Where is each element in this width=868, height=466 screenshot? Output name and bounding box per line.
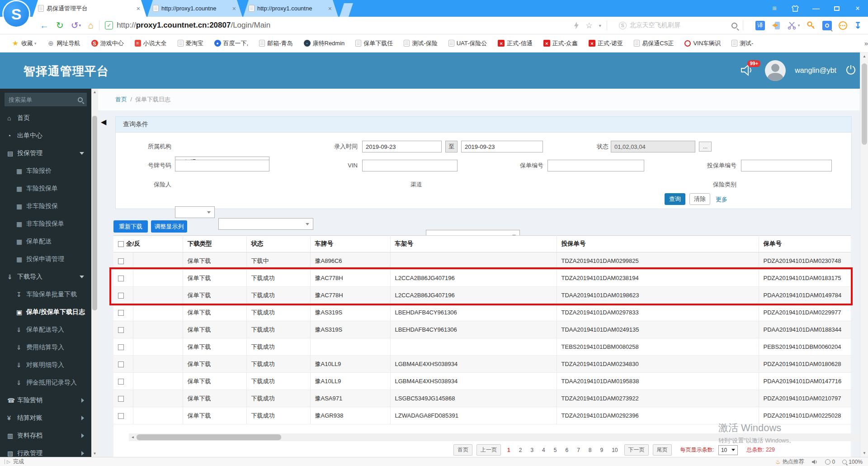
scroll-down-icon[interactable]: ▼ — [91, 450, 98, 457]
scrollbar-thumb[interactable] — [862, 63, 867, 145]
screenshot-scissors-icon[interactable]: ▾ — [788, 21, 800, 29]
row-checkbox[interactable] — [118, 310, 124, 316]
minimize-icon[interactable]: — — [806, 0, 826, 17]
scrollbar-thumb[interactable] — [92, 116, 97, 310]
maximize-icon[interactable] — [826, 0, 847, 17]
password-key-icon[interactable] — [807, 21, 816, 30]
plate-input[interactable] — [175, 160, 269, 171]
url-text[interactable]: http://proxy1.countnet.cn:20807/Login/Ma… — [117, 21, 270, 30]
search-button[interactable]: 查询 — [665, 193, 685, 205]
page-next-button[interactable]: 下一页 — [624, 444, 649, 456]
sidebar-item-保单配送导入[interactable]: ⇓保单配送导入 — [0, 321, 91, 338]
page-first-button[interactable]: 首页 — [453, 444, 472, 456]
sidebar-item-车险营销[interactable]: ☎车险营销 — [0, 391, 91, 409]
scroll-up-icon[interactable]: ▲ — [860, 52, 868, 60]
sidebar-item-保单/投保单下载日志[interactable]: ▣保单/投保单下载日志 — [0, 303, 91, 321]
sidebar-item-车险保单批量下载[interactable]: ↧车险保单批量下载 — [0, 285, 91, 303]
sidebar-item-下载导入[interactable]: ⇓下载导入 — [0, 268, 91, 285]
notification-speaker[interactable]: 99+ — [741, 64, 756, 77]
clear-button[interactable]: 清除 — [689, 193, 710, 205]
page-prev-button[interactable]: 上一页 — [476, 444, 501, 456]
bookmark-item[interactable]: ⊕网址导航 — [47, 39, 80, 48]
table-row[interactable]: 保单下载下载中豫A896C6TDZA20194101DAM0299825PDZA… — [113, 252, 851, 270]
sidebar-item-保单配送[interactable]: ▦保单配送 — [0, 233, 91, 250]
sidebar-item-首页[interactable]: ⌂首页 — [0, 109, 91, 127]
browser-tab-2[interactable]: http://proxy1.countne× — [147, 0, 242, 17]
sidebar-item-车险投保单[interactable]: ▦车险投保单 — [0, 180, 91, 197]
close-window-icon[interactable]: × — [847, 0, 868, 17]
select-all-checkbox[interactable] — [118, 241, 124, 247]
sidebar-item-非车险投保[interactable]: ▦非车险投保 — [0, 197, 91, 215]
bookmark-item[interactable]: ●百度一下, — [214, 39, 249, 48]
sidebar-collapse-icon[interactable]: ◀ — [101, 118, 106, 126]
sidebar-search-input[interactable] — [9, 96, 78, 103]
search-icon[interactable] — [731, 23, 737, 29]
table-row[interactable]: 保单下载下载成功豫AS319SLBEHDAFB4CY961306TDAA2019… — [113, 321, 851, 338]
scroll-up-icon[interactable]: ▲ — [91, 89, 98, 95]
tab-close-icon[interactable]: × — [136, 5, 141, 12]
bookmark-item[interactable]: 测试- — [731, 39, 753, 48]
row-checkbox[interactable] — [118, 379, 124, 385]
bookmark-item[interactable]: 爱淘宝 — [178, 39, 203, 48]
page-number-10[interactable]: 10 — [609, 446, 620, 455]
bookmark-item[interactable]: ×正式-信通 — [498, 39, 532, 48]
page-number-1[interactable]: 1 — [505, 446, 513, 455]
refresh-icon[interactable]: ↻ — [56, 20, 64, 31]
row-checkbox[interactable] — [118, 327, 124, 333]
page-number-6[interactable]: 6 — [563, 446, 571, 455]
browser-tab-1[interactable]: 易保通管理平台× — [33, 0, 146, 17]
page-number-8[interactable]: 8 — [586, 446, 594, 455]
home-icon[interactable]: ⌂ — [88, 20, 94, 31]
back-icon[interactable]: ← — [40, 20, 49, 31]
skin-icon[interactable] — [785, 0, 806, 17]
status-picker-button[interactable]: ... — [699, 142, 712, 152]
hot-recommend[interactable]: ♨ 热点推荐 — [775, 458, 804, 466]
blocked-counter[interactable]: 0 — [825, 459, 835, 465]
bookmark-item[interactable]: ×正式-众鑫 — [543, 39, 578, 48]
logout-power-icon[interactable] — [845, 64, 856, 77]
sidebar-item-对账明细导入[interactable]: ⇓对账明细导入 — [0, 356, 91, 374]
menu-icon[interactable]: ≡ — [764, 0, 785, 17]
page-number-2[interactable]: 2 — [517, 446, 524, 455]
download-manager-icon[interactable]: ↧ — [854, 20, 862, 31]
sidebar-scrollbar[interactable]: ▲ ▼ — [91, 89, 98, 457]
bookmark-item[interactable]: 保单下载任 — [355, 39, 393, 48]
translate-icon[interactable]: 译 — [755, 21, 765, 30]
redownload-button[interactable]: 重新下载 — [113, 220, 148, 233]
sidebar-item-投保管理[interactable]: ▤投保管理 — [0, 144, 91, 162]
more-link[interactable]: 更多 — [716, 195, 727, 207]
quick-search-icon[interactable] — [822, 21, 832, 30]
bookmark-item[interactable]: 易保通CS正 — [634, 39, 674, 48]
browser-tab-3[interactable]: http://proxy1.countne× — [243, 0, 338, 17]
row-checkbox[interactable] — [118, 413, 124, 419]
table-row[interactable]: 保单下载下载成功TEBS20194101DBM0080258PEBS201941… — [113, 338, 851, 356]
vin-input[interactable] — [362, 160, 458, 171]
favorite-star-icon[interactable]: ☆ — [585, 21, 592, 30]
sound-icon[interactable] — [811, 459, 818, 465]
bookmark-item[interactable]: 邮箱-青岛 — [259, 39, 292, 48]
insurer-select-1[interactable] — [175, 206, 215, 218]
sidebar-item-车险报价[interactable]: ▦车险报价 — [0, 162, 91, 180]
page-scrollbar[interactable]: ▲ ▼ — [860, 52, 868, 457]
url-field[interactable]: ✓ http://proxy1.countnet.cn:20807/Login/… — [105, 21, 567, 30]
page-size-select[interactable]: 10 — [718, 445, 738, 455]
search-icon[interactable] — [78, 97, 83, 102]
scroll-left-icon[interactable]: ◄ — [129, 433, 137, 441]
bookmark-item[interactable]: ◦康特Redmin — [304, 39, 345, 48]
table-row[interactable]: 保单下载下载成功豫A10LL9LGBM4AE4XHS038934TDZA2019… — [113, 356, 851, 373]
adjust-columns-button[interactable]: 调整显示列 — [151, 220, 187, 233]
send-to-phone-icon[interactable] — [772, 21, 781, 30]
sidebar-item-投保申请管理[interactable]: ▦投保申请管理 — [0, 250, 91, 268]
bookmark-item[interactable]: VIN车辆识 — [684, 39, 721, 48]
bookmark-item[interactable]: ★收藏▾ — [12, 39, 37, 48]
date-to-input[interactable] — [461, 141, 543, 152]
sidebar-item-资料存档[interactable]: ▥资料存档 — [0, 427, 91, 444]
search-placeholder-text[interactable]: 北京天空飞机刷屏 — [630, 21, 725, 29]
tab-close-icon[interactable]: × — [327, 5, 333, 12]
bookmark-item[interactable]: ×正式-诺亚 — [589, 39, 623, 48]
tab-close-icon[interactable]: × — [231, 5, 237, 12]
breadcrumb-home[interactable]: 首页 — [115, 96, 127, 103]
status-input[interactable] — [611, 141, 695, 152]
sidebar-item-结算对账[interactable]: ¥结算对账 — [0, 409, 91, 427]
bookmark-item[interactable]: S游戏中心 — [91, 39, 124, 48]
